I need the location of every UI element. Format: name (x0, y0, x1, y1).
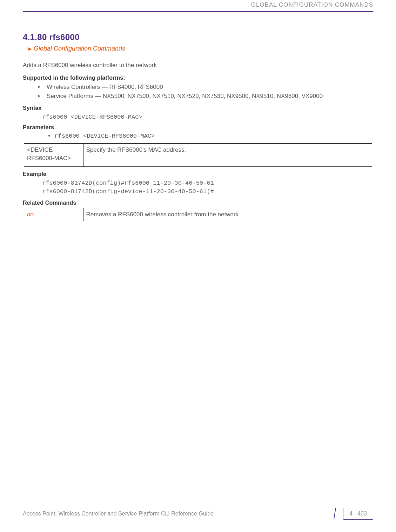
table-row: <DEVICE-RFS6000-MAC> Specify the RFS6000… (24, 143, 372, 167)
table-row: no Removes a RFS6000 wireless controller… (24, 208, 372, 221)
page-number-box: 4 - 403 (343, 508, 373, 520)
slash-icon: / (334, 504, 336, 524)
list-item: Wireless Controllers — RFS4000, RFS6000 (44, 83, 373, 91)
parameters-table: <DEVICE-RFS6000-MAC> Specify the RFS6000… (24, 143, 372, 167)
supported-heading: Supported in the following platforms: (23, 74, 373, 82)
related-desc: Removes a RFS6000 wireless controller fr… (83, 208, 372, 221)
supported-list: Wireless Controllers — RFS4000, RFS6000 … (23, 83, 373, 100)
syntax-code: rfs6000 <DEVICE-RFS6000-MAC> (23, 113, 373, 121)
parameters-heading: Parameters (23, 124, 373, 131)
running-header: GLOBAL CONFIGURATION COMMANDS (23, 0, 373, 11)
arrow-right-icon: ▶ (28, 46, 32, 52)
intro-text: Adds a RFS6000 wireless controller to th… (23, 61, 373, 70)
param-desc: Specify the RFS6000's MAC address. (83, 143, 372, 167)
section-title: 4.1.80 rfs6000 (23, 31, 373, 43)
example-code: rfs6000-81742D(config)#rfs6000 11-20-30-… (23, 179, 373, 196)
syntax-heading: Syntax (23, 104, 373, 112)
list-item: Service Platforms — NX5500, NX7500, NX75… (44, 92, 373, 100)
main-content: 4.1.80 rfs6000 ▶ Global Configuration Co… (23, 12, 373, 221)
related-cmd[interactable]: no (24, 208, 83, 221)
parameters-line: • rfs6000 <DEVICE-RFS6000-MAC> (23, 132, 373, 140)
related-commands-table: no Removes a RFS6000 wireless controller… (24, 208, 372, 221)
breadcrumb-label: Global Configuration Commands (34, 44, 125, 53)
page-number: 4 - 403 (349, 510, 367, 518)
param-key: <DEVICE-RFS6000-MAC> (24, 143, 83, 167)
related-heading: Related Commands (23, 199, 373, 207)
page-footer: Access Point, Wireless Controller and Se… (23, 504, 373, 524)
example-heading: Example (23, 170, 373, 178)
breadcrumb[interactable]: ▶ Global Configuration Commands (23, 44, 373, 53)
footer-guide-title: Access Point, Wireless Controller and Se… (23, 510, 214, 518)
